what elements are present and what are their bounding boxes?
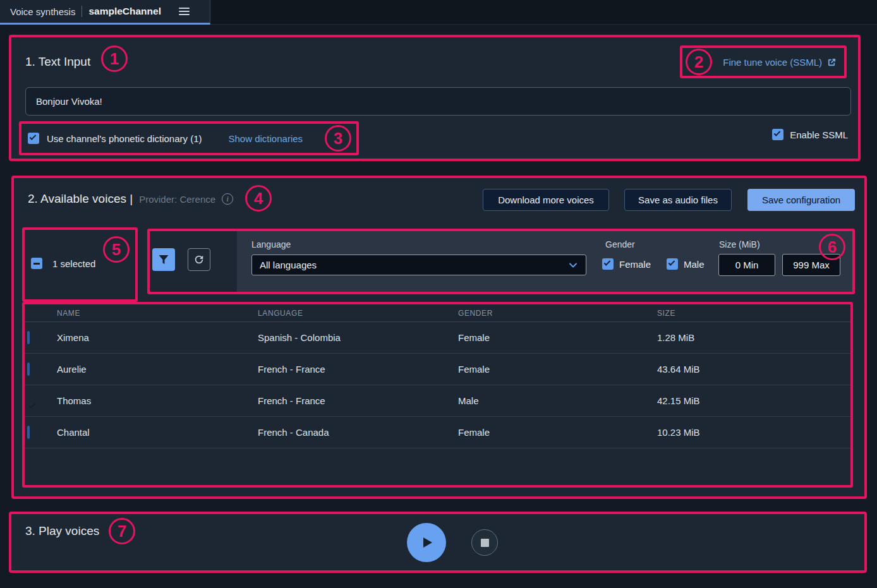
annotation-5: 5 [103,236,130,263]
size-min-input[interactable]: 0 Min [718,254,775,276]
menu-icon[interactable] [179,8,190,15]
voice-size: 1.28 MiB [655,332,850,343]
language-dropdown[interactable]: All languages [251,255,586,275]
annotation-4: 4 [245,185,272,212]
check-icon [774,129,781,136]
annotation-1: 1 [101,45,128,72]
table-header-row: NAMELANGUAGEGENDERSIZE [25,304,850,322]
language-label: Language [251,239,291,249]
save-as-audio-files-button[interactable]: Save as audio files [624,189,732,211]
voice-table-body: XimenaSpanish - ColombiaFemale1.28 MiBAu… [25,322,850,448]
annotation-3: 3 [325,125,351,152]
enable-ssml-checkbox[interactable] [772,129,783,140]
voice-language: French - Canada [256,427,456,438]
voice-gender: Female [456,332,655,343]
refresh-button[interactable] [188,248,210,271]
provider-label: Provider: Cerence [139,194,215,205]
save-configuration-button[interactable]: Save configuration [747,189,855,211]
play-button[interactable] [407,523,446,562]
annotation-box-5: 1 selected 5 [22,227,138,302]
section1-title: 1. Text Input [25,55,90,69]
tts-text-input[interactable]: Bonjour Vivoka! [25,87,851,116]
female-label: Female [619,259,651,270]
refresh-icon [193,254,205,265]
phonetic-dictionary-checkbox[interactable] [28,133,39,144]
chevron-down-icon [568,260,578,270]
check-icon [604,259,611,266]
section3-title: 3. Play voices [25,524,99,538]
show-dictionaries-link[interactable]: Show dictionaries [229,133,303,144]
column-header: NAME [55,309,256,318]
filter-icon [158,254,169,265]
play-voices-section: 3. Play voices 7 [9,512,867,573]
table-row[interactable]: XimenaSpanish - ColombiaFemale1.28 MiB [25,322,850,354]
fine-tune-voice-link[interactable]: Fine tune voice (SSML) [723,57,822,68]
voice-size: 43.64 MiB [655,364,850,375]
top-bar: Voice synthesis sampleChannel [0,0,877,25]
tab-voice-synthesis[interactable]: Voice synthesis sampleChannel [0,0,210,25]
check-icon [668,259,675,266]
download-more-voices-button[interactable]: Download more voices [483,189,609,211]
language-dropdown-value: All languages [260,260,317,270]
text-input-section: 1. Text Input 1 2 Fine tune voice (SSML)… [9,35,861,161]
table-row[interactable]: ChantalFrench - CanadaFemale10.23 MiB [25,417,850,448]
annotation-box-2: 2 Fine tune voice (SSML) [680,45,847,78]
voices-table: NAMELANGUAGEGENDERSIZE XimenaSpanish - C… [22,302,853,488]
table-row[interactable]: AurelieFrench - FranceFemale43.64 MiB [25,354,850,385]
enable-ssml-label: Enable SSML [790,129,848,140]
column-header: GENDER [456,309,655,318]
female-checkbox[interactable] [602,258,614,270]
voice-name: Thomas [55,395,256,406]
row-checkbox[interactable] [27,363,30,376]
channel-name: sampleChannel [88,6,161,17]
annotation-2: 2 [686,49,712,75]
annotation-box-6: Language All languages Gender Female Mal… [147,229,855,294]
check-icon [29,402,36,409]
row-checkbox[interactable] [27,331,30,344]
annotation-box-3: Use channel's phonetic dictionary (1) Sh… [19,121,359,155]
section2-title: 2. Available voices | [28,192,133,206]
voice-language: French - France [256,395,456,406]
select-all-checkbox[interactable] [31,258,42,269]
annotation-6: 6 [819,234,845,260]
stop-button[interactable] [471,529,498,556]
table-row[interactable]: ThomasFrench - FranceMale42.15 MiB [25,385,850,417]
male-checkbox[interactable] [667,258,678,270]
info-icon[interactable]: i [222,193,233,205]
filter-button[interactable] [152,248,175,271]
voice-name: Chantal [55,427,256,438]
voice-language: Spanish - Colombia [256,332,456,343]
gender-label: Gender [605,239,635,249]
available-voices-section: 2. Available voices | Provider: Cerence … [11,176,867,499]
voice-name: Aurelie [55,364,256,375]
selected-count-label: 1 selected [52,258,95,269]
row-checkbox[interactable] [27,426,30,439]
column-header: SIZE [655,309,850,318]
play-icon [419,535,434,550]
external-link-icon [827,57,837,67]
voice-gender: Female [456,364,655,375]
phonetic-dictionary-label: Use channel's phonetic dictionary (1) [47,133,202,144]
app-title: Voice synthesis [10,6,75,17]
voice-language: French - France [256,364,456,375]
voice-name: Ximena [55,332,256,343]
voice-gender: Female [456,427,655,438]
indeterminate-icon [33,263,40,265]
filter-panel: Language All languages Gender Female Mal… [237,231,852,292]
column-header: LANGUAGE [256,309,456,318]
annotation-7: 7 [109,518,135,544]
male-label: Male [684,259,705,270]
voice-gender: Male [456,395,655,406]
voice-size: 42.15 MiB [655,395,850,406]
check-icon [30,133,37,140]
stop-icon [481,539,489,547]
tab-divider [82,6,82,17]
voice-size: 10.23 MiB [655,427,850,438]
size-label: Size (MiB) [719,239,760,249]
